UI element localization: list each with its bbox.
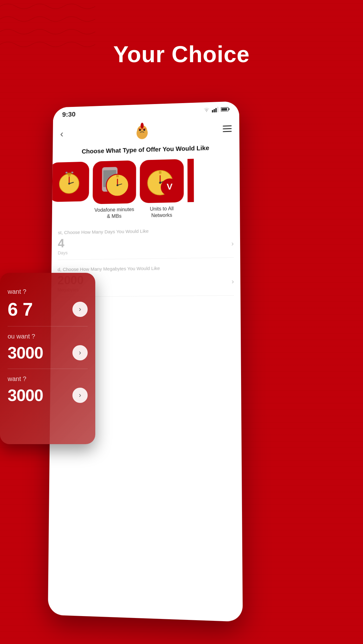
menu-line-1: [223, 125, 232, 127]
card-value-1b: 7: [23, 299, 32, 320]
mb-chevron-icon[interactable]: ›: [232, 277, 234, 286]
offer-label-units: Units to All Networks: [141, 205, 182, 219]
svg-rect-27: [116, 175, 119, 177]
days-value-row[interactable]: 4 Days ›: [58, 234, 234, 255]
menu-line-2: [223, 128, 232, 129]
days-unit: Days: [58, 250, 68, 255]
card-section-3: want ? 3000 ›: [8, 369, 88, 411]
card-section-2: ou want ? 3000 ›: [8, 326, 88, 369]
card-chevron-1[interactable]: ›: [72, 302, 88, 317]
side-card: want ? 6 7 › ou want ? 3000 › want ? 300…: [0, 273, 95, 444]
days-value: 4: [58, 237, 68, 249]
menu-button[interactable]: [223, 125, 232, 132]
status-time: 9:30: [62, 110, 76, 119]
svg-rect-4: [215, 108, 217, 113]
svg-text:V: V: [167, 182, 173, 192]
signal-icon: [212, 107, 219, 112]
svg-rect-22: [71, 171, 73, 173]
vodafone-offer-icon: [96, 163, 133, 201]
days-section-label: st, Choose How Many Days You Would Like: [58, 227, 233, 235]
app-logo: [133, 121, 151, 141]
card-question-2: ou want ?: [8, 333, 88, 340]
mb-section-label: d, Choose How Many Megabytes You Would L…: [57, 265, 234, 272]
card-section-1: want ? 6 7 ›: [8, 282, 88, 326]
offer-item-units[interactable]: V Units to All Networks: [140, 159, 184, 219]
card-chevron-2[interactable]: ›: [72, 345, 88, 360]
offer-item-extra[interactable]: [187, 159, 194, 205]
page-subtitle: Choose What Type of Offer You Would Like: [59, 143, 233, 156]
svg-rect-2: [212, 110, 213, 113]
svg-point-1: [206, 111, 207, 112]
card-chevron-3[interactable]: ›: [72, 388, 88, 403]
days-section: st, Choose How Many Days You Would Like …: [58, 222, 234, 260]
card-value-1a: 6: [8, 299, 17, 320]
offers-row: Vodafone minutes & MBs V Units to All: [52, 158, 240, 221]
menu-line-3: [223, 131, 232, 132]
stopwatch-icon-1: [56, 168, 83, 195]
card-question-3: want ?: [8, 375, 88, 383]
wifi-icon: [203, 107, 210, 112]
card-question-1: want ?: [8, 288, 88, 295]
page-title: Your Choice: [0, 41, 363, 67]
svg-rect-7: [229, 108, 230, 110]
battery-icon: [221, 107, 230, 112]
svg-rect-33: [159, 171, 161, 174]
days-chevron-icon[interactable]: ›: [231, 240, 234, 248]
units-offer-icon: V: [143, 162, 181, 200]
svg-rect-8: [221, 108, 227, 110]
svg-rect-17: [67, 173, 71, 174]
svg-rect-3: [214, 109, 215, 113]
offer-item-vodafone[interactable]: Vodafone minutes & MBs: [92, 160, 136, 220]
back-button[interactable]: ‹: [60, 128, 64, 139]
card-value-row-2: 3000 ›: [8, 343, 88, 362]
offer-label-vodafone: Vodafone minutes & MBs: [94, 206, 134, 220]
status-icons: [203, 106, 230, 113]
card-value-2: 3000: [8, 343, 43, 362]
card-value-row-3: 3000 ›: [8, 386, 88, 405]
offer-item-minutes[interactable]: [49, 161, 89, 205]
svg-rect-5: [217, 107, 218, 112]
card-value-3: 3000: [8, 386, 43, 405]
card-value-row-1: 6 7 ›: [8, 299, 88, 320]
